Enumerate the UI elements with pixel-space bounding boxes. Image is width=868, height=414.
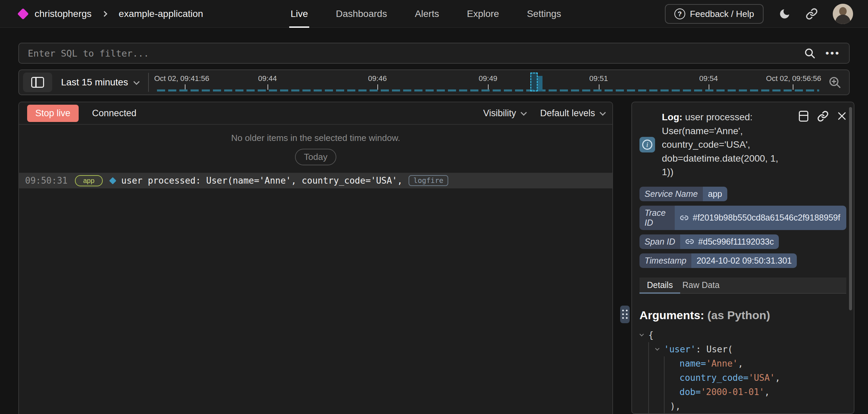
- scope-badge[interactable]: logfire: [409, 175, 448, 186]
- tab-explore[interactable]: Explore: [467, 0, 499, 28]
- nav-right: ? Feedback / Help: [665, 0, 853, 28]
- moon-icon[interactable]: [778, 8, 791, 20]
- today-button[interactable]: Today: [295, 149, 336, 165]
- log-message: user processed: User(name='Anne', countr…: [121, 175, 403, 186]
- ellipsis-icon[interactable]: •••: [825, 48, 840, 58]
- trace-id-value[interactable]: #f2019b98b550cd8a61546c2f9188959f: [693, 213, 840, 223]
- log-level-diamond-icon: [109, 177, 116, 184]
- span-id-badge: Span ID #d5c996f11192033c: [639, 234, 779, 249]
- tick-mark: [709, 84, 709, 90]
- app-root: christophergs example-application Live D…: [0, 0, 868, 414]
- tab-alerts[interactable]: Alerts: [415, 0, 439, 28]
- tab-dashboards[interactable]: Dashboards: [336, 0, 387, 28]
- arguments-heading: Arguments: (as Python): [639, 309, 846, 322]
- code-line: dob='2000-01-01',: [639, 385, 846, 399]
- sql-filter-input[interactable]: [19, 43, 804, 63]
- log-timestamp: 09:50:31: [25, 175, 67, 186]
- timeline-tick-label: 09:49: [479, 74, 497, 83]
- timeline-start-label: Oct 02, 09:41:56: [154, 74, 210, 83]
- timestamp-value: 2024-10-02 09:50:31.301: [691, 253, 797, 268]
- tick-mark: [268, 84, 268, 90]
- tick-mark: [488, 84, 489, 90]
- empty-message: No older items in the selected time wind…: [19, 133, 612, 143]
- top-nav: christophergs example-application Live D…: [0, 0, 868, 28]
- divider: [148, 73, 149, 92]
- live-panel-header: Stop live Connected Visibility Default l…: [19, 102, 612, 125]
- logfire-logo-icon[interactable]: [17, 8, 29, 20]
- arguments-heading-sub: (as Python): [707, 309, 770, 322]
- timeline-dashed-line: [157, 89, 819, 91]
- chevron-down-icon: [520, 109, 527, 116]
- feedback-help-label: Feedback / Help: [690, 9, 754, 19]
- details-title: Log: user processed: User(name='Anne', c…: [662, 110, 791, 179]
- details-header: i Log: user processed: User(name='Anne',…: [639, 110, 846, 179]
- code-token: 'USA': [749, 373, 775, 383]
- scrollbar-thumb[interactable]: [849, 107, 852, 310]
- close-icon[interactable]: [837, 112, 846, 121]
- empty-state: No older items in the selected time wind…: [19, 125, 612, 165]
- code-token: dob=: [679, 387, 701, 397]
- question-circle-icon: ?: [674, 8, 685, 19]
- timeline-tick-label: 09:44: [258, 74, 277, 83]
- timeline-track[interactable]: Oct 02, 09:41:56 09:44 09:46 09:49 09:51…: [157, 70, 819, 95]
- timeline-end-label: Oct 02, 09:56:56: [766, 74, 821, 83]
- user-avatar[interactable]: [833, 4, 853, 24]
- tick-mark: [599, 84, 599, 90]
- code-token: ),: [670, 401, 680, 411]
- spike-bar: [538, 76, 542, 91]
- service-name-label: Service Name: [639, 187, 703, 201]
- code-line: ),: [639, 399, 846, 413]
- tab-settings[interactable]: Settings: [527, 0, 561, 28]
- search-icon[interactable]: [804, 47, 816, 59]
- chevron-down-icon: [133, 79, 139, 85]
- arguments-code-block: { 'user': User( name='Anne', country_cod…: [639, 328, 846, 414]
- details-tabs: Details Raw Data: [639, 277, 846, 294]
- arguments-heading-main: Arguments:: [639, 309, 704, 322]
- service-badge[interactable]: app: [75, 175, 102, 186]
- metadata-badges: Service Name app Trace ID #f2019b98b550c…: [639, 187, 846, 268]
- link-icon[interactable]: [817, 110, 829, 122]
- details-header-icons: [799, 110, 846, 122]
- feedback-help-button[interactable]: ? Feedback / Help: [665, 4, 764, 24]
- span-id-label: Span ID: [639, 234, 680, 249]
- code-token: name=: [679, 358, 706, 369]
- trace-id-badge: Trace ID #f2019b98b550cd8a61546c2f918895…: [639, 206, 846, 230]
- breadcrumb: christophergs example-application: [19, 8, 203, 19]
- timeline-tick-label: 09:46: [368, 74, 387, 83]
- code-token: '2000-01-01': [701, 387, 765, 397]
- timeline-tick-label: 09:51: [589, 74, 608, 83]
- code-token: ,: [764, 387, 770, 397]
- sidebar-toggle-button[interactable]: [23, 73, 52, 92]
- default-levels-dropdown[interactable]: Default levels: [540, 108, 604, 119]
- collapse-chevron-icon[interactable]: [639, 332, 644, 336]
- link-icon[interactable]: [680, 213, 689, 222]
- details-title-prefix: Log:: [662, 112, 683, 122]
- tick-mark: [377, 84, 378, 90]
- details-panel: i Log: user processed: User(name='Anne',…: [631, 102, 854, 414]
- code-line: country_code='USA',: [639, 371, 846, 385]
- tab-raw-data[interactable]: Raw Data: [677, 277, 724, 293]
- panel-resize-handle[interactable]: [620, 306, 630, 323]
- window-split-icon[interactable]: [799, 111, 808, 122]
- log-row[interactable]: 09:50:31 app user processed: User(name='…: [19, 173, 612, 188]
- span-id-value[interactable]: #d5c996f11192033c: [698, 237, 774, 247]
- info-icon: i: [639, 137, 655, 152]
- stop-live-button[interactable]: Stop live: [27, 105, 79, 122]
- tab-live[interactable]: Live: [291, 0, 308, 28]
- visibility-label: Visibility: [483, 108, 516, 119]
- service-name-badge: Service Name app: [639, 187, 727, 201]
- collapse-chevron-icon[interactable]: [655, 346, 659, 351]
- filter-icons: •••: [804, 47, 849, 59]
- breadcrumb-org[interactable]: christophergs: [35, 8, 92, 19]
- code-token: : User(: [696, 344, 733, 354]
- time-range-label: Last 15 minutes: [61, 77, 128, 88]
- link-icon[interactable]: [685, 237, 694, 246]
- breadcrumb-project[interactable]: example-application: [119, 8, 203, 19]
- timeline-tick-label: 09:54: [699, 74, 718, 83]
- code-token: country_code=: [679, 373, 749, 383]
- link-icon[interactable]: [806, 8, 818, 20]
- tab-details[interactable]: Details: [642, 277, 677, 293]
- visibility-dropdown[interactable]: Visibility: [483, 108, 525, 119]
- zoom-in-icon[interactable]: [828, 76, 842, 89]
- time-range-dropdown[interactable]: Last 15 minutes: [61, 77, 138, 88]
